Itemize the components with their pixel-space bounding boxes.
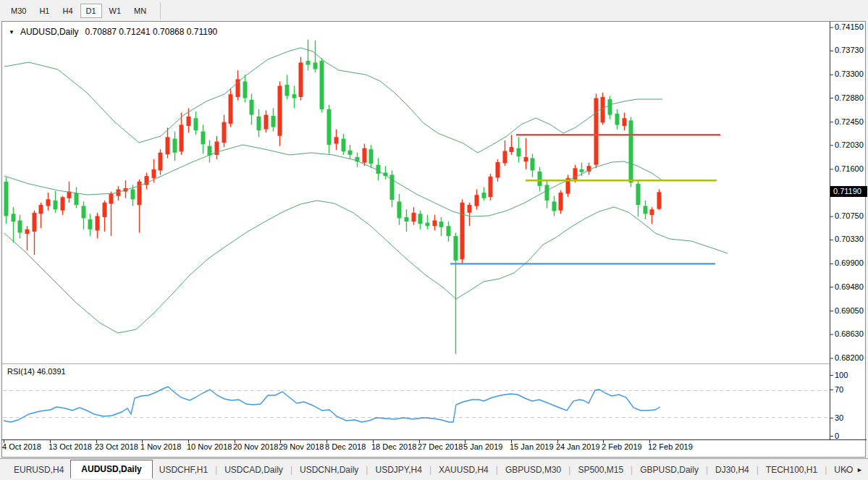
price-axis-label: 0.69480 xyxy=(835,282,864,291)
toolbar-separator xyxy=(160,2,161,20)
date-axis-label: 24 Jan 2019 xyxy=(556,442,600,451)
rsi-indicator-label: RSI(14) 46.0391 xyxy=(7,367,66,376)
price-axis-label: 0.73730 xyxy=(835,46,864,54)
tab-separator: | xyxy=(631,465,633,475)
chart-tab-eurusd-h4[interactable]: EURUSD,H4 xyxy=(7,462,70,478)
chart-tab-usdcad-daily[interactable]: USDCAD,Daily xyxy=(218,462,290,478)
chart-tab-gbpusd-daily[interactable]: GBPUSD,Daily xyxy=(633,462,705,478)
date-axis-label: 29 Nov 2018 xyxy=(279,442,324,451)
date-axis-label: 15 Jan 2019 xyxy=(510,442,554,451)
rsi-axis-label: 70 xyxy=(835,385,843,394)
tab-separator: | xyxy=(290,465,292,475)
tab-separator: | xyxy=(757,465,759,475)
chart-tab-bar: EURUSD,H4AUDUSD,DailyUSDCHF,H1|USDCAD,Da… xyxy=(0,458,868,480)
date-axis-label: 18 Dec 2018 xyxy=(371,442,416,451)
date-axis-label: 10 Nov 2018 xyxy=(187,442,232,451)
rsi-axis-label: 0 xyxy=(835,431,839,440)
timeframe-button-w1[interactable]: W1 xyxy=(104,4,127,18)
chart-ohlc-values: 0.70887 0.71241 0.70868 0.71190 xyxy=(85,27,218,37)
chart-tab-xauusd-h4[interactable]: XAUUSD,H4 xyxy=(432,462,495,478)
chart-tab-gbpusd-m30[interactable]: GBPUSD,M30 xyxy=(499,462,568,478)
timeframe-button-d1[interactable]: D1 xyxy=(80,4,102,18)
chart-tab-tech100-h1[interactable]: TECH100,H1 xyxy=(759,462,824,478)
date-axis-label: 12 Feb 2019 xyxy=(648,442,693,451)
rsi-axis-label: 100 xyxy=(835,371,848,379)
date-axis-label: 2 Feb 2019 xyxy=(602,442,642,451)
date-axis-label: 8 Dec 2018 xyxy=(325,442,366,451)
chart-symbol-label: AUDUSD,Daily xyxy=(20,27,79,37)
chart-tab-usdjpy-h4[interactable]: USDJPY,H4 xyxy=(368,462,428,478)
chart-window[interactable] xyxy=(1,21,866,458)
price-axis-label: 0.69900 xyxy=(835,258,864,267)
chart-tab-sp500-m15[interactable]: SP500,M15 xyxy=(571,462,630,478)
price-axis-label: 0.68630 xyxy=(835,329,864,338)
timeframe-button-m30[interactable]: M30 xyxy=(5,4,32,18)
dropdown-triangle-icon: ▼ xyxy=(9,29,14,35)
tab-separator: | xyxy=(429,465,431,475)
timeframe-toolbar: M30H1H4D1W1MN xyxy=(0,0,868,21)
chart-tab-dj30-h4[interactable]: DJ30,H4 xyxy=(709,462,756,478)
price-axis-label: 0.68200 xyxy=(835,353,864,362)
price-axis-label: 0.72030 xyxy=(835,140,864,149)
tab-separator: | xyxy=(568,465,570,475)
tab-scroll-left-icon[interactable]: ◄ xyxy=(842,466,848,473)
trading-platform-screen: M30H1H4D1W1MN ▼ AUDUSD,Daily 0.70887 0.7… xyxy=(0,0,868,480)
price-axis-label: 0.72880 xyxy=(835,93,864,102)
tab-separator: | xyxy=(825,465,827,475)
timeframe-button-h4[interactable]: H4 xyxy=(56,4,78,18)
date-axis-label: 27 Dec 2018 xyxy=(418,442,463,451)
timeframe-button-h1[interactable]: H1 xyxy=(33,4,55,18)
date-axis-label: 23 Oct 2018 xyxy=(95,442,138,451)
price-axis-label: 0.71600 xyxy=(835,164,864,173)
tab-separator: | xyxy=(215,465,217,475)
date-axis-label: 4 Oct 2018 xyxy=(2,442,41,451)
tab-separator: | xyxy=(366,465,368,475)
chart-tab-audusd-daily[interactable]: AUDUSD,Daily xyxy=(70,460,152,479)
price-axis-label: 0.72450 xyxy=(835,117,864,126)
chart-title: ▼ AUDUSD,Daily 0.70887 0.71241 0.70868 0… xyxy=(9,27,217,37)
price-axis-label: 0.70750 xyxy=(835,211,864,220)
tab-scroll-right-icon[interactable]: ► xyxy=(856,466,863,473)
date-axis-label: 13 Oct 2018 xyxy=(49,442,92,451)
date-axis-label: 20 Nov 2018 xyxy=(233,442,278,451)
rsi-axis-label: 30 xyxy=(835,413,843,422)
current-price-tag: 0.71190 xyxy=(830,186,867,197)
price-axis-label: 0.69050 xyxy=(835,306,864,315)
price-axis-label: 0.74150 xyxy=(835,22,864,31)
chart-tab-usdchf-h1[interactable]: USDCHF,H1 xyxy=(153,462,214,478)
chart-tab-usdcnh-daily[interactable]: USDCNH,Daily xyxy=(293,462,365,478)
date-axis-label: 5 Jan 2019 xyxy=(463,442,502,451)
timeframe-button-mn[interactable]: MN xyxy=(128,4,152,18)
date-axis-label: 1 Nov 2018 xyxy=(140,442,181,451)
price-axis-label: 0.70330 xyxy=(835,235,864,243)
price-axis-label: 0.73300 xyxy=(835,70,864,78)
tab-separator: | xyxy=(706,465,708,475)
tab-separator: | xyxy=(496,465,498,475)
tab-scroll-arrows: ◄ ► xyxy=(842,466,863,473)
